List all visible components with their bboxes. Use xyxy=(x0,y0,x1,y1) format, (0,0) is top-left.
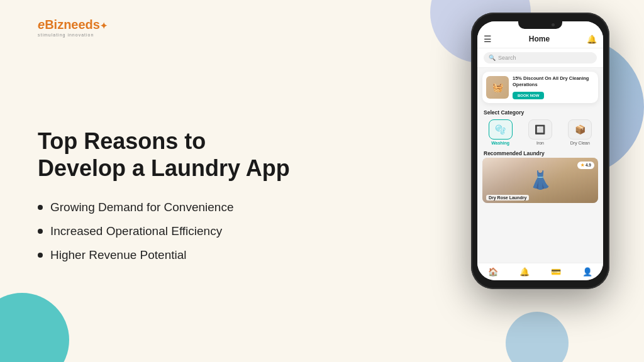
bullet-item-2: Increased Operational Efficiency xyxy=(38,224,352,238)
banner-image: 🧺 xyxy=(486,76,509,99)
search-bar[interactable]: 🔍 Search xyxy=(484,52,597,63)
logo-text: eBizneeds✦ xyxy=(38,18,108,32)
iron-label: Iron xyxy=(536,141,544,145)
category-dryclean[interactable]: 📦 Dry Clean xyxy=(562,119,598,145)
nav-notifications-icon[interactable]: 🔔 xyxy=(519,267,530,277)
banner-title: 15% Discount On All Dry Cleaning Operati… xyxy=(513,75,594,88)
bullet-text-1: Growing Demand for Convenience xyxy=(50,200,234,214)
phone-outer: ☰ Home 🔔 🔍 Search 🧺 15% Discount On All … xyxy=(471,13,609,289)
phone-wrapper: ☰ Home 🔔 🔍 Search 🧺 15% Discount On All … xyxy=(471,13,609,289)
hamburger-icon[interactable]: ☰ xyxy=(484,34,492,44)
recommended-card-1[interactable]: 👗 ★ 4.9 Dry Rose Laundry xyxy=(482,158,598,203)
dryclean-label: Dry Clean xyxy=(570,141,590,145)
iron-icon-box: 🔲 xyxy=(528,119,552,140)
bullet-text-2: Increased Operational Efficiency xyxy=(50,224,222,238)
star-icon: ★ xyxy=(580,163,584,168)
phone-screen: ☰ Home 🔔 🔍 Search 🧺 15% Discount On All … xyxy=(477,21,603,280)
category-section-title: Select Category xyxy=(477,107,603,117)
book-now-button[interactable]: BOOK NOW xyxy=(513,92,544,99)
rating-badge: ★ 4.9 xyxy=(577,162,594,169)
bullet-item-3: Higher Revenue Potential xyxy=(38,248,352,262)
banner-text-area: 15% Discount On All Dry Cleaning Operati… xyxy=(513,75,594,99)
search-icon: 🔍 xyxy=(489,55,496,61)
nav-home-icon[interactable]: 🏠 xyxy=(488,267,498,277)
bullet-list: Growing Demand for Convenience Increased… xyxy=(38,200,352,272)
categories-list: 🫧 Washing 🔲 Iron 📦 Dry Clean xyxy=(477,117,603,148)
rating-value: 4.9 xyxy=(586,163,591,167)
search-area: 🔍 Search xyxy=(477,48,603,68)
category-iron[interactable]: 🔲 Iron xyxy=(522,119,558,145)
logo-area: eBizneeds✦ stimulating innovation xyxy=(38,18,108,37)
bullet-dot-3 xyxy=(38,253,43,258)
bell-icon[interactable]: 🔔 xyxy=(587,35,597,44)
bottom-nav: 🏠 🔔 💳 👤 xyxy=(477,263,603,280)
phone-camera xyxy=(552,23,555,26)
promo-banner: 🧺 15% Discount On All Dry Cleaning Opera… xyxy=(482,72,598,103)
bullet-dot-1 xyxy=(38,205,43,210)
bg-circle-bottom-right xyxy=(506,312,569,362)
washing-icon-box: 🫧 xyxy=(489,119,513,140)
bullet-item-1: Growing Demand for Convenience xyxy=(38,200,352,214)
app-title: Home xyxy=(529,35,550,43)
laundry-woman-illustration: 👗 xyxy=(530,170,552,190)
category-washing[interactable]: 🫧 Washing xyxy=(482,119,518,145)
dryclean-icon-box: 📦 xyxy=(568,119,592,140)
laundry-name: Dry Rose Laundry xyxy=(486,195,529,200)
logo-tagline: stimulating innovation xyxy=(38,33,108,37)
washing-label: Washing xyxy=(491,141,509,145)
left-panel: Top Reasons to Develop a Laundry App Gro… xyxy=(38,0,352,362)
bullet-dot-2 xyxy=(38,229,43,234)
main-title: Top Reasons to Develop a Laundry App xyxy=(38,128,352,182)
nav-profile-icon[interactable]: 👤 xyxy=(582,267,592,277)
search-placeholder: Search xyxy=(498,55,516,61)
nav-wallet-icon[interactable]: 💳 xyxy=(551,267,561,277)
phone-notch xyxy=(518,21,562,29)
bullet-text-3: Higher Revenue Potential xyxy=(50,248,187,262)
recommended-section-title: Recommended Laundry xyxy=(477,148,603,158)
